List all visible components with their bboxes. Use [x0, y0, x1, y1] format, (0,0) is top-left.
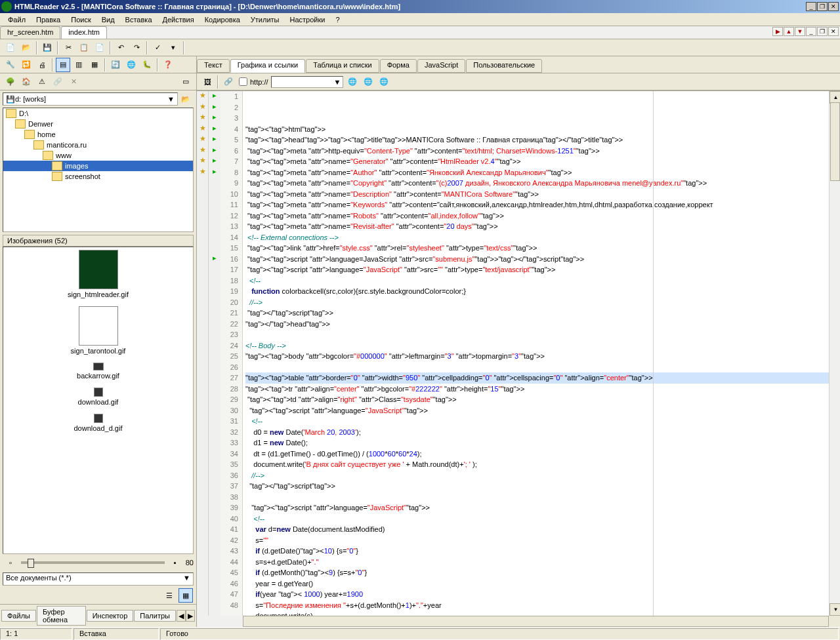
image-thumb[interactable]: download_d.gif	[6, 414, 190, 432]
horizontal-scrollbar[interactable]	[243, 616, 829, 627]
tree-item[interactable]: Denwer	[3, 119, 193, 129]
replace-button[interactable]: 🔁	[19, 58, 33, 72]
delete-button[interactable]: ✕	[66, 75, 81, 89]
print-button[interactable]: 🖨	[35, 58, 49, 72]
minimize-button[interactable]: _	[806, 2, 816, 11]
menu-Правка[interactable]: Правка	[31, 14, 66, 25]
image-icon[interactable]: 🖼	[200, 75, 215, 89]
cut-button[interactable]: ✂	[61, 41, 75, 55]
drive-combo[interactable]: 💾 d: [works] ▼	[3, 92, 178, 106]
tree-item[interactable]: D:\	[3, 108, 193, 119]
tab-max-button[interactable]: ❐	[817, 27, 828, 36]
btab-left[interactable]: ◀	[177, 610, 186, 622]
url-go1-button[interactable]: 🌐	[345, 75, 360, 89]
tree-item[interactable]: www	[3, 150, 193, 161]
file-panel-toolbar: 🌳 🏠 ⚠ 🔗 ✕ ▭	[0, 73, 196, 90]
bookmark-gutter[interactable]: ★★★★★★★★	[197, 91, 209, 616]
tab-next-button[interactable]: ▼	[795, 27, 805, 36]
tree-item[interactable]: screenshot	[3, 171, 193, 182]
bottom-tab[interactable]: Палитры	[134, 610, 176, 622]
view-list-button[interactable]: ☰	[162, 588, 177, 603]
code-tab[interactable]: Таблица и списки	[306, 59, 379, 73]
undo-button[interactable]: ↶	[114, 41, 128, 55]
browser-button[interactable]: 🌐	[124, 58, 138, 72]
view-grid-button[interactable]: ▦	[178, 588, 193, 603]
refresh-button[interactable]: 🔄	[108, 58, 123, 72]
copy-button[interactable]: 📋	[77, 41, 91, 55]
image-thumb[interactable]: sign_htmlreader.gif	[6, 250, 190, 298]
folder-icon	[24, 130, 35, 139]
file-tab[interactable]: index.htm	[61, 26, 107, 39]
thumb-size-slider[interactable]	[21, 561, 165, 564]
code-tab[interactable]: Графика и ссылки	[230, 59, 305, 73]
folder-icon	[33, 140, 44, 150]
code-tab[interactable]: Форма	[380, 59, 417, 73]
redo-button[interactable]: ↷	[129, 41, 144, 55]
btab-right[interactable]: ▶	[186, 610, 195, 622]
tab-first-button[interactable]: ▶	[772, 27, 783, 36]
vertical-scrollbar[interactable]	[829, 91, 840, 616]
status-bar: 1: 1 Вставка Готово	[0, 627, 840, 640]
wand-button[interactable]: 🔧	[3, 58, 18, 72]
paste-button[interactable]: 📄	[93, 41, 107, 55]
tool-button[interactable]: ▾	[166, 41, 180, 55]
url-input[interactable]	[271, 76, 343, 88]
layout2-button[interactable]: ▥	[72, 58, 86, 72]
bottom-tab[interactable]: Буфер обмена	[37, 606, 86, 626]
code-tab-bar: ТекстГрафика и ссылкиТаблица и спискиФор…	[197, 56, 840, 73]
help-button[interactable]: ❓	[161, 58, 175, 72]
menu-Настройки[interactable]: Настройки	[285, 14, 331, 25]
tree-item[interactable]: manticora.ru	[3, 140, 193, 150]
menu-Поиск[interactable]: Поиск	[66, 14, 96, 25]
expand-button[interactable]: ▭	[178, 75, 193, 89]
title-bar: HTMLReader v2.5 - [MANTICora Software ::…	[0, 0, 840, 13]
new-file-button[interactable]: 📄	[3, 41, 18, 55]
tab-min-button[interactable]: _	[806, 27, 816, 36]
save-button[interactable]: 💾	[40, 41, 54, 55]
menu-Вид[interactable]: Вид	[96, 14, 120, 25]
link-icon[interactable]: 🔗	[221, 75, 236, 89]
bug-button[interactable]: 🐛	[140, 58, 154, 72]
close-button[interactable]: ✕	[828, 2, 839, 11]
zoom-in-button[interactable]: ▪	[168, 555, 182, 570]
image-thumb[interactable]: download.gif	[6, 388, 190, 406]
open-button[interactable]: 📂	[19, 41, 33, 55]
menu-?[interactable]: ?	[330, 14, 345, 25]
warn-button[interactable]: ⚠	[35, 75, 49, 89]
menu-Действия[interactable]: Действия	[158, 14, 200, 25]
image-thumb[interactable]: sign_tarontool.gif	[6, 306, 190, 355]
tree-item[interactable]: images	[3, 161, 193, 171]
code-tab[interactable]: Пользовательские	[466, 59, 542, 73]
restore-button[interactable]: ❐	[817, 2, 828, 11]
layout3-button[interactable]: ▦	[87, 58, 102, 72]
tab-prev-button[interactable]: ▲	[784, 27, 794, 36]
home-button[interactable]: 🏠	[19, 75, 33, 89]
tree-item[interactable]: home	[3, 129, 193, 140]
image-thumb[interactable]: backarrow.gif	[6, 363, 190, 380]
file-tab[interactable]: hr_screen.htm	[0, 26, 60, 39]
layout1-button[interactable]: ▤	[56, 58, 70, 72]
code-editor[interactable]: ★★★★★★★★ ▸▸▸▸▸▸▸▸▸ 123456789101112131415…	[197, 90, 840, 616]
code-tab[interactable]: Текст	[197, 59, 230, 73]
menu-Утилиты[interactable]: Утилиты	[245, 14, 285, 25]
url-go3-button[interactable]: 🌐	[377, 75, 391, 89]
link-button[interactable]: 🔗	[51, 75, 65, 89]
bottom-tab[interactable]: Инспектор	[87, 610, 134, 622]
code-content[interactable]: "tag"><"tag">html"tag">>"tag"><"tag">hea…	[243, 91, 829, 616]
url-go2-button[interactable]: 🌐	[361, 75, 375, 89]
menu-Кодировка[interactable]: Кодировка	[200, 14, 245, 25]
up-folder-button[interactable]: 📂	[178, 92, 193, 106]
images-panel[interactable]: sign_htmlreader.gifsign_tarontool.gifbac…	[3, 247, 194, 554]
menu-Вставка[interactable]: Вставка	[120, 14, 158, 25]
menu-Файл[interactable]: Файл	[3, 14, 31, 25]
tab-close-button[interactable]: ✕	[828, 27, 839, 36]
tree-button[interactable]: 🌳	[3, 75, 18, 89]
zoom-out-button[interactable]: ▫	[3, 555, 18, 570]
folder-tree[interactable]: D:\Denwerhomemanticora.ruwwwimagesscreen…	[3, 108, 194, 232]
bottom-tab[interactable]: Файлы	[1, 610, 36, 622]
filter-combo[interactable]: Все документы (*.*)▼	[3, 572, 194, 586]
code-tab[interactable]: JavaScript	[417, 59, 465, 73]
file-tab-bar: hr_screen.htmindex.htm ▶ ▲ ▼ _ ❐ ✕	[0, 26, 840, 39]
spell-button[interactable]: ✓	[150, 41, 165, 55]
url-checkbox[interactable]	[239, 77, 247, 86]
